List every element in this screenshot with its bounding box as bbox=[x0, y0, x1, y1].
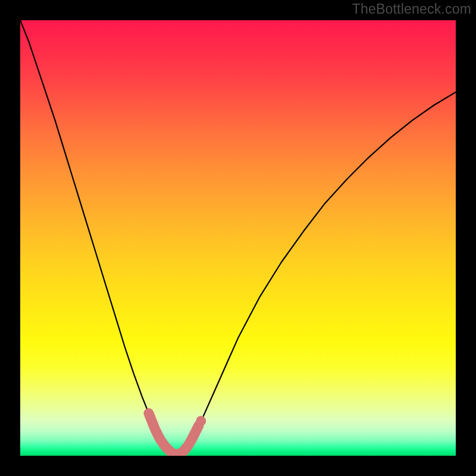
curve-layer bbox=[20, 20, 456, 456]
bottleneck-curve bbox=[20, 20, 456, 455]
marker-dot bbox=[196, 416, 206, 426]
watermark-text: TheBottleneck.com bbox=[352, 1, 471, 17]
marker-segment-3 bbox=[192, 425, 199, 439]
plot-area bbox=[20, 20, 456, 456]
marker-segments bbox=[149, 414, 206, 455]
chart-frame: TheBottleneck.com bbox=[0, 0, 476, 476]
